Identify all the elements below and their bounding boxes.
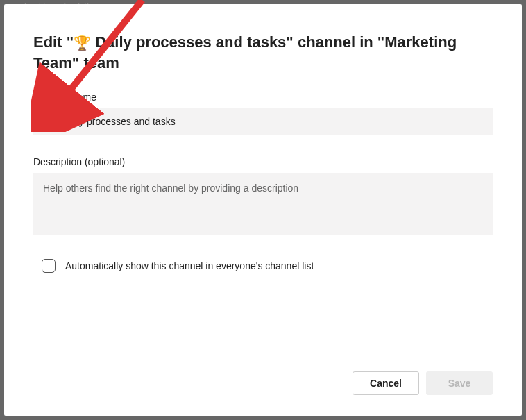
trophy-icon: 🏆 [74,35,91,51]
trophy-icon: 🏆 [43,115,57,128]
auto-show-label: Automatically show this channel in every… [65,260,314,271]
auto-show-row: Automatically show this channel in every… [33,259,493,273]
dialog-title: Edit "🏆 Daily processes and tasks" chann… [33,32,493,74]
channel-name-label: Channel name [33,92,493,103]
channel-name-input-wrapper[interactable]: 🏆 [33,108,493,135]
title-channel: Daily processes and tasks [91,33,286,51]
auto-show-checkbox[interactable] [42,259,56,273]
title-suffix: " team [72,54,119,72]
save-button: Save [426,371,493,395]
description-input[interactable] [33,173,493,235]
dialog-footer: Cancel Save [33,358,493,395]
title-prefix: Edit " [33,33,74,51]
edit-channel-dialog: Edit "🏆 Daily processes and tasks" chann… [4,4,522,416]
title-middle: " channel in " [286,33,384,51]
cancel-button[interactable]: Cancel [353,371,419,395]
channel-name-input[interactable] [62,116,483,127]
description-label: Description (optional) [33,156,493,167]
